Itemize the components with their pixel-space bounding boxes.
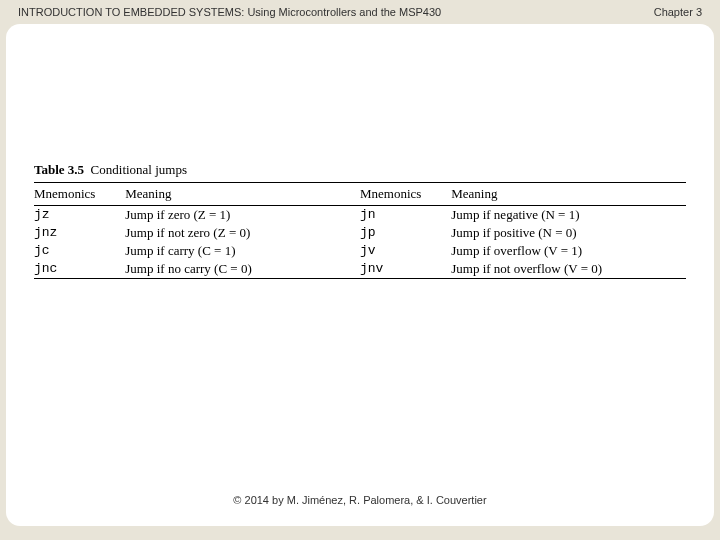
table-caption-text: Conditional jumps — [91, 162, 187, 177]
cell-meaning: Jump if overflow (V = 1) — [451, 242, 686, 260]
table-container: Table 3.5 Conditional jumps Mnemonics Me… — [34, 162, 686, 279]
cell-mnemonic: jz — [34, 206, 125, 225]
table-row: jnc Jump if no carry (C = 0) jnv Jump if… — [34, 260, 686, 279]
table-header-row: Mnemonics Meaning Mnemonics Meaning — [34, 183, 686, 206]
col-header-mnemonics-1: Mnemonics — [34, 183, 125, 206]
table-row: jnz Jump if not zero (Z = 0) jp Jump if … — [34, 224, 686, 242]
cell-mnemonic: jp — [360, 224, 451, 242]
cell-mnemonic: jnz — [34, 224, 125, 242]
cell-meaning: Jump if positive (N = 0) — [451, 224, 686, 242]
table-caption: Table 3.5 Conditional jumps — [34, 162, 686, 178]
page-header: INTRODUCTION TO EMBEDDED SYSTEMS: Using … — [18, 6, 702, 18]
book-title: INTRODUCTION TO EMBEDDED SYSTEMS: Using … — [18, 6, 441, 18]
cell-meaning: Jump if not zero (Z = 0) — [125, 224, 360, 242]
cell-meaning: Jump if carry (C = 1) — [125, 242, 360, 260]
table-caption-label: Table 3.5 — [34, 162, 84, 177]
cell-mnemonic: jn — [360, 206, 451, 225]
cell-mnemonic: jv — [360, 242, 451, 260]
col-header-meaning-2: Meaning — [451, 183, 686, 206]
cell-meaning: Jump if negative (N = 1) — [451, 206, 686, 225]
slide-body: Table 3.5 Conditional jumps Mnemonics Me… — [6, 24, 714, 526]
cell-meaning: Jump if not overflow (V = 0) — [451, 260, 686, 279]
cell-mnemonic: jnc — [34, 260, 125, 279]
copyright-footer: © 2014 by M. Jiménez, R. Palomera, & I. … — [6, 494, 714, 506]
chapter-label: Chapter 3 — [654, 6, 702, 18]
table-row: jc Jump if carry (C = 1) jv Jump if over… — [34, 242, 686, 260]
conditional-jumps-table: Mnemonics Meaning Mnemonics Meaning jz J… — [34, 182, 686, 279]
col-header-meaning-1: Meaning — [125, 183, 360, 206]
cell-meaning: Jump if zero (Z = 1) — [125, 206, 360, 225]
table-row: jz Jump if zero (Z = 1) jn Jump if negat… — [34, 206, 686, 225]
table-body: jz Jump if zero (Z = 1) jn Jump if negat… — [34, 206, 686, 279]
cell-mnemonic: jc — [34, 242, 125, 260]
cell-meaning: Jump if no carry (C = 0) — [125, 260, 360, 279]
cell-mnemonic: jnv — [360, 260, 451, 279]
col-header-mnemonics-2: Mnemonics — [360, 183, 451, 206]
